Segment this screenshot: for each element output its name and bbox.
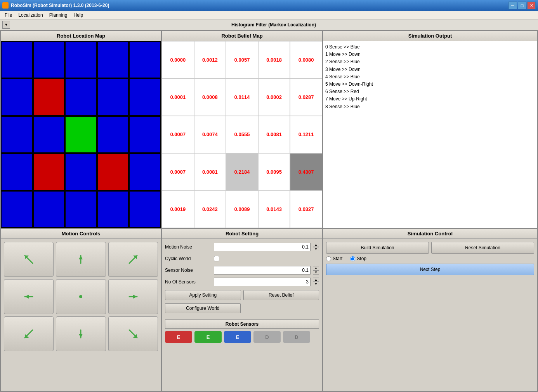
sensor-noise-down[interactable]: ▼ <box>313 270 319 275</box>
close-button[interactable]: ✕ <box>527 2 536 9</box>
belief-cell-16: 0.0081 <box>194 153 226 190</box>
map-cell-11 <box>33 116 65 153</box>
start-label: Start <box>333 256 342 261</box>
cyclic-world-row: Cyclic World <box>165 254 319 264</box>
belief-cell-20: 0.0019 <box>162 191 194 228</box>
sensor-btn-4: D <box>283 331 310 343</box>
build-simulation-button[interactable]: Build Simulation <box>326 242 429 254</box>
maximize-button[interactable]: □ <box>518 2 526 9</box>
motion-noise-spinner: ▲ ▼ <box>313 243 319 251</box>
sensor-noise-up[interactable]: ▲ <box>313 266 319 270</box>
sensor-noise-row: Sensor Noise ▲ ▼ <box>165 265 319 275</box>
svg-marker-10 <box>133 295 137 299</box>
motion-noise-down[interactable]: ▼ <box>313 247 319 251</box>
map-cell-5 <box>1 78 33 116</box>
svg-marker-14 <box>79 334 83 338</box>
belief-cell-14: 0.1211 <box>290 116 322 153</box>
no-of-sensors-input[interactable] <box>214 278 311 286</box>
cyclic-world-checkbox[interactable] <box>214 256 219 261</box>
belief-cell-9: 0.0287 <box>290 78 322 116</box>
map-cell-12 <box>65 116 97 153</box>
top-bar: ▼ Histogram Filter (Markov Localization) <box>0 19 538 30</box>
svg-marker-7 <box>25 295 29 299</box>
belief-cell-12: 0.0555 <box>226 116 258 153</box>
filter-title: Histogram Filter (Markov Localization) <box>12 22 536 28</box>
motion-btn-left[interactable] <box>4 279 54 314</box>
app-icon <box>2 2 9 9</box>
motion-noise-row: Motion Noise ▲ ▼ <box>165 242 319 252</box>
belief-cell-10: 0.0007 <box>162 116 194 153</box>
stop-radio[interactable] <box>350 256 355 261</box>
start-radio-label[interactable]: Start <box>326 256 342 261</box>
motion-btn-center[interactable] <box>56 279 106 314</box>
motion-btn-right[interactable] <box>108 279 158 314</box>
motion-btn-up-left[interactable] <box>4 242 54 277</box>
main-container: Robot Location Map Robot Belief Map 0.00… <box>0 30 538 392</box>
minimize-button[interactable]: ─ <box>508 2 517 9</box>
sim-output-line: 8 Sense >> Blue <box>325 103 535 111</box>
map-cell-6 <box>33 78 65 116</box>
belief-cell-7: 0.0114 <box>226 78 258 116</box>
robot-belief-map-header: Robot Belief Map <box>162 31 322 41</box>
motion-btn-down-right[interactable] <box>108 316 158 351</box>
robot-setting-panel: Robot Setting Motion Noise ▲ ▼ Cyclic Wo… <box>161 228 323 392</box>
sensor-noise-input[interactable] <box>214 266 311 275</box>
map-cell-9 <box>129 78 161 116</box>
sim-output-line: 5 Move >> Down-Right <box>325 81 535 88</box>
no-of-sensors-up[interactable]: ▲ <box>313 278 319 282</box>
menu-help[interactable]: Help <box>70 12 86 19</box>
belief-map-grid: 0.00000.00120.00570.00180.00800.00010.00… <box>162 41 322 228</box>
sensor-btn-0[interactable]: E <box>165 331 192 343</box>
motion-noise-input[interactable] <box>214 243 311 251</box>
next-step-button[interactable]: Next Step <box>326 264 534 275</box>
motion-btn-down[interactable] <box>56 316 106 351</box>
configure-world-row: Configure World <box>165 303 319 313</box>
start-radio[interactable] <box>326 256 331 261</box>
robot-settings-content: Motion Noise ▲ ▼ Cyclic World Sensor Noi… <box>162 239 322 316</box>
simulation-output-header: Simulation Output <box>323 31 537 41</box>
motion-btn-up[interactable] <box>56 242 106 277</box>
no-of-sensors-down[interactable]: ▼ <box>313 282 319 286</box>
sim-output-line: 0 Sense >> Blue <box>325 43 535 51</box>
sensor-btn-1[interactable]: E <box>194 331 222 343</box>
cyclic-world-label: Cyclic World <box>165 256 212 261</box>
reset-simulation-button[interactable]: Reset Simulation <box>431 242 534 254</box>
sim-output-line: 3 Move >> Down <box>325 66 535 73</box>
stop-radio-label[interactable]: Stop <box>350 256 366 261</box>
map-cell-24 <box>129 191 161 228</box>
belief-cell-19: 0.4307 <box>290 153 322 190</box>
belief-cell-13: 0.0081 <box>258 116 290 153</box>
map-cell-21 <box>33 191 65 228</box>
reset-belief-button[interactable]: Reset Belief <box>243 290 319 300</box>
motion-noise-label: Motion Noise <box>165 244 212 250</box>
stop-label: Stop <box>357 256 366 261</box>
belief-cell-24: 0.0327 <box>290 191 322 228</box>
belief-cell-18: 0.0095 <box>258 153 290 190</box>
sim-output-line: 2 Sense >> Blue <box>325 58 535 66</box>
configure-world-button[interactable]: Configure World <box>165 303 241 313</box>
belief-cell-11: 0.0074 <box>194 116 226 153</box>
sensor-noise-label: Sensor Noise <box>165 268 212 273</box>
map-cell-18 <box>97 153 129 190</box>
map-cell-4 <box>129 41 161 78</box>
motion-btn-up-right[interactable] <box>108 242 158 277</box>
belief-cell-8: 0.0002 <box>258 78 290 116</box>
collapse-button[interactable]: ▼ <box>2 21 10 29</box>
apply-setting-button[interactable]: Apply Setting <box>165 290 241 300</box>
sensor-btn-2[interactable]: E <box>224 331 251 343</box>
map-cell-22 <box>65 191 97 228</box>
motion-btn-down-left[interactable] <box>4 316 54 351</box>
motion-noise-up[interactable]: ▲ <box>313 243 319 247</box>
sim-output-line: 7 Move >> Up-Right <box>325 95 535 103</box>
menu-planning[interactable]: Planning <box>46 12 71 19</box>
belief-cell-17: 0.2184 <box>226 153 258 190</box>
robot-location-map-panel: Robot Location Map <box>0 31 161 228</box>
belief-cell-22: 0.0089 <box>226 191 258 228</box>
motion-controls-header: Motion Controls <box>1 229 161 239</box>
sensor-btn-3: D <box>253 331 281 343</box>
menu-localization[interactable]: Localization <box>15 12 46 19</box>
robot-location-map-content <box>1 41 161 228</box>
window-controls: ─ □ ✕ <box>508 2 536 9</box>
map-cell-16 <box>33 153 65 190</box>
menu-file[interactable]: File <box>2 12 15 19</box>
